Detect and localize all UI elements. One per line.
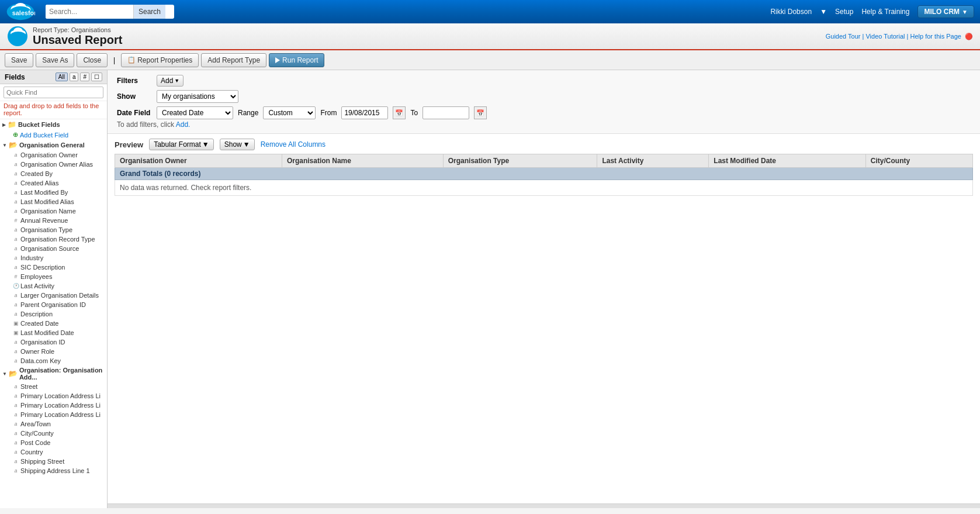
field-type-icon: a (13, 152, 19, 158)
from-label: From (320, 109, 337, 117)
save-as-button[interactable]: Save As (36, 53, 74, 67)
properties-icon: 📋 (127, 56, 136, 64)
save-button[interactable]: Save (5, 53, 33, 67)
field-employees: #Employees (0, 272, 107, 281)
field-type-icon: a (13, 358, 19, 364)
field-organisation-type: aOrganisation Type (0, 225, 107, 234)
app-selector-arrow: ▼ (962, 9, 968, 15)
bucket-fields-group: ▶ 📁 Bucket Fields ⊕ Add Bucket Field (0, 119, 107, 140)
field-last-modified-by: aLast Modified By (0, 188, 107, 197)
svg-text:salesforce: salesforce (12, 9, 35, 16)
to-date-input[interactable] (423, 106, 469, 119)
setup-link[interactable]: Setup (835, 8, 853, 16)
field-type-icon: a (13, 349, 19, 354)
from-date-input[interactable] (341, 106, 388, 119)
field-type-icon: a (13, 171, 19, 177)
to-calendar-button[interactable]: 📅 (474, 106, 487, 119)
preview-header: Preview Tabular Format ▼ Show ▼ Remove A… (115, 139, 973, 150)
from-calendar-button[interactable]: 📅 (393, 106, 406, 119)
search-button[interactable]: Search (133, 5, 165, 19)
field-type-icon: a (13, 180, 19, 186)
field-post-code: aPost Code (0, 438, 107, 447)
org-general-header[interactable]: ▼ 📂 Organisation General (0, 140, 107, 150)
date-field-row: Date Field Created Date Last Modified Da… (117, 106, 971, 119)
user-name[interactable]: Rikki Dobson (770, 8, 812, 16)
field-type-icon: a (13, 255, 19, 261)
col-header-last-modified-date[interactable]: Last Modified Date (709, 154, 866, 168)
col-header-city-county[interactable]: City/County (865, 154, 972, 168)
field-type-icon: a (13, 449, 19, 455)
report-properties-button[interactable]: 📋 Report Properties (121, 53, 199, 67)
add-filter-button[interactable]: Add ▼ (157, 75, 183, 87)
field-type-icon: ▣ (13, 320, 19, 326)
main-area: Fields All a # ☐ Drag and drop to add fi… (0, 70, 980, 508)
filter-all-button[interactable]: All (56, 73, 68, 81)
field-type-icon: a (13, 208, 19, 214)
help-page-link[interactable]: Help for this Page (910, 33, 961, 40)
preview-title: Preview (115, 140, 143, 149)
report-title: Unsaved Report (33, 33, 122, 47)
field-shipping-street: aShipping Street (0, 457, 107, 466)
field-type-icon: 🕐 (13, 283, 19, 289)
add-filter-link[interactable]: Add. (176, 120, 191, 129)
guided-tour-link[interactable]: Guided Tour (826, 33, 861, 40)
show-select[interactable]: My organisations All organisations (157, 90, 238, 103)
col-header-org-type[interactable]: Organisation Type (443, 154, 597, 168)
preview-table-header-row: Organisation Owner Organisation Name Org… (115, 154, 973, 168)
org-general-label: Organisation General (19, 142, 85, 149)
horizontal-scrollbar[interactable] (108, 503, 980, 508)
col-header-org-name[interactable]: Organisation Name (282, 154, 443, 168)
filter-box-button[interactable]: ☐ (91, 73, 102, 81)
field-description: aDescription (0, 309, 107, 319)
search-input[interactable] (46, 5, 133, 19)
field-primary-address-1: aPrimary Location Address Li (0, 391, 107, 401)
date-field-label: Date Field (117, 109, 152, 117)
bucket-fields-header[interactable]: ▶ 📁 Bucket Fields (0, 119, 107, 130)
header-logo (7, 26, 28, 47)
header-bar: Report Type: Organisations Unsaved Repor… (0, 23, 980, 50)
date-field-select[interactable]: Created Date Last Modified Date Last Act… (157, 106, 233, 119)
grand-totals-label: Grand Totals (0 records) (115, 168, 973, 180)
play-icon (275, 57, 280, 63)
org-address-header[interactable]: ▼ 📂 Organisation: Organisation Add... (0, 365, 107, 382)
header-links: Guided Tour | Video Tutorial | Help for … (826, 33, 973, 40)
run-report-button[interactable]: Run Report (269, 53, 324, 67)
preview-show-button[interactable]: Show ▼ (220, 139, 255, 150)
calendar-icon-2: 📅 (476, 109, 484, 117)
filters-header-row: Filters Add ▼ (117, 75, 971, 87)
org-address-group: ▼ 📂 Organisation: Organisation Add... aS… (0, 365, 107, 475)
field-type-icon: ▣ (13, 330, 19, 336)
filters-area: Filters Add ▼ Show My organisations All … (108, 70, 980, 134)
quick-find-input[interactable] (4, 87, 103, 98)
bucket-chevron: ▶ (2, 122, 6, 127)
remove-all-columns-link[interactable]: Remove All Columns (261, 140, 325, 149)
col-header-org-owner[interactable]: Organisation Owner (115, 154, 282, 168)
field-organisation-source: aOrganisation Source (0, 244, 107, 253)
video-tutorial-link[interactable]: Video Tutorial (865, 33, 905, 40)
fields-title: Fields (5, 73, 25, 81)
field-type-icon: # (13, 218, 19, 223)
filter-alpha-button[interactable]: a (70, 73, 79, 81)
add-bucket-field-item[interactable]: ⊕ Add Bucket Field (0, 130, 107, 140)
org-general-group: ▼ 📂 Organisation General aOrganisation O… (0, 140, 107, 365)
field-type-icon: a (13, 339, 19, 345)
filter-hash-button[interactable]: # (80, 73, 89, 81)
svg-point-10 (10, 32, 26, 41)
tabular-format-button[interactable]: Tabular Format ▼ (149, 139, 214, 150)
help-training-link[interactable]: Help & Training (861, 8, 909, 16)
user-dropdown-arrow[interactable]: ▼ (820, 8, 827, 16)
field-type-icon: # (13, 274, 19, 280)
app-selector-button[interactable]: MILO CRM ▼ (917, 5, 974, 18)
range-select[interactable]: Custom This Week This Month Last Month T… (263, 106, 316, 119)
add-report-type-button[interactable]: Add Report Type (201, 53, 266, 67)
field-area-town: aArea/Town (0, 419, 107, 429)
no-data-message: No data was returned. Check report filte… (115, 180, 973, 196)
field-industry: aIndustry (0, 253, 107, 263)
org-address-label: Organisation: Organisation Add... (19, 367, 105, 381)
add-filter-hint: To add filters, click Add. (117, 119, 971, 130)
show-label: Show (117, 92, 152, 101)
col-header-last-activity[interactable]: Last Activity (597, 154, 709, 168)
close-button[interactable]: Close (77, 53, 108, 67)
field-type-icon: a (13, 384, 19, 389)
field-type-icon: a (13, 421, 19, 427)
